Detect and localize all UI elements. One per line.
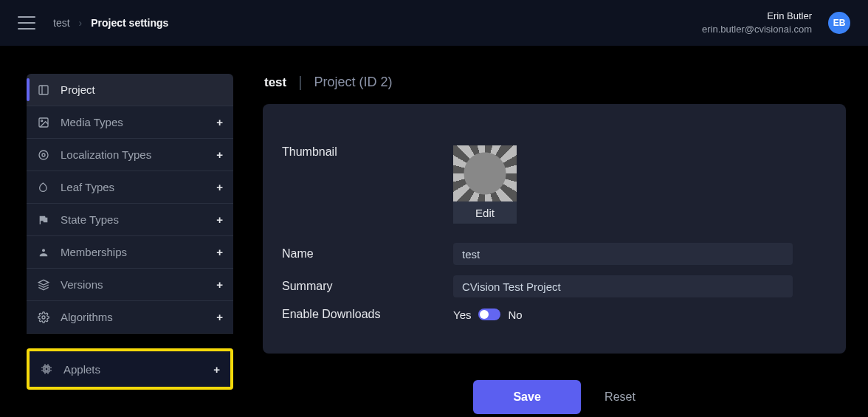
user-info: Erin Butler erin.butler@cvisionai.com — [702, 10, 812, 36]
svg-point-8 — [42, 316, 45, 319]
breadcrumb-current: Project settings — [91, 17, 168, 29]
name-label: Name — [282, 247, 453, 261]
action-row: Save Reset — [263, 380, 846, 414]
svg-point-5 — [42, 154, 45, 156]
sidebar-item-label: Applets — [63, 363, 203, 376]
edit-thumbnail-button[interactable]: Edit — [453, 201, 517, 224]
user-name: Erin Butler — [702, 10, 812, 23]
sidebar-item-versions[interactable]: Versions + — [27, 269, 233, 301]
sidebar-item-label: Memberships — [61, 246, 206, 258]
project-name: test — [264, 75, 286, 90]
breadcrumb-root[interactable]: test — [53, 17, 70, 29]
sidebar-item-label: Algorithms — [61, 311, 206, 323]
svg-marker-7 — [38, 280, 48, 285]
toggle-yes-label: Yes — [453, 309, 471, 321]
save-button[interactable]: Save — [473, 380, 581, 414]
sidebar-item-label: Versions — [61, 278, 206, 291]
settings-card: Thumbnail Edit Name Summary Enable Downl… — [263, 104, 846, 354]
thumbnail-image — [453, 145, 517, 201]
add-icon[interactable]: + — [216, 246, 223, 258]
sidebar-item-leaf-types[interactable]: Leaf Types + — [27, 171, 233, 204]
sidebar-item-algorithms[interactable]: Algorithms + — [27, 301, 233, 334]
sidebar-item-applets[interactable]: Applets + — [30, 351, 230, 387]
highlighted-sidebar-region: Applets + — [27, 348, 233, 390]
user-icon — [37, 247, 50, 258]
layers-icon — [37, 279, 50, 291]
content-header: test | Project (ID 2) — [263, 74, 846, 91]
add-icon[interactable]: + — [216, 213, 223, 226]
sidebar-item-media-types[interactable]: Media Types + — [27, 106, 233, 139]
leaf-icon — [37, 182, 50, 193]
svg-point-4 — [39, 151, 48, 159]
sidebar-item-memberships[interactable]: Memberships + — [27, 236, 233, 269]
svg-rect-9 — [44, 366, 49, 372]
sidebar-item-label: Leaf Types — [61, 181, 206, 193]
breadcrumb: test › Project settings — [53, 17, 168, 29]
summary-input[interactable] — [453, 275, 793, 297]
svg-rect-10 — [45, 368, 48, 371]
summary-label: Summary — [282, 280, 453, 293]
downloads-label: Enable Downloads — [282, 308, 453, 321]
image-icon — [37, 117, 50, 128]
sidebar-item-localization-types[interactable]: Localization Types + — [27, 139, 233, 171]
add-icon[interactable]: + — [216, 181, 223, 193]
add-icon[interactable]: + — [213, 363, 220, 376]
add-icon[interactable]: + — [216, 148, 223, 161]
cpu-icon — [40, 363, 53, 375]
project-id-label: Project (ID 2) — [314, 75, 392, 90]
flag-icon — [37, 214, 50, 226]
sidebar-item-label: Project — [61, 83, 223, 96]
svg-point-3 — [41, 120, 43, 121]
name-input[interactable] — [453, 243, 793, 265]
topbar: test › Project settings Erin Butler erin… — [0, 0, 868, 46]
content-area: test | Project (ID 2) Thumbnail Edit Nam… — [263, 74, 846, 414]
svg-point-6 — [42, 249, 45, 252]
chevron-right-icon: › — [79, 17, 83, 29]
sidebar-item-label: Localization Types — [61, 148, 206, 161]
sidebar-item-project[interactable]: Project — [27, 74, 233, 106]
divider-icon: | — [298, 74, 302, 91]
reset-button[interactable]: Reset — [604, 390, 636, 404]
gear-icon — [37, 311, 50, 323]
sidebar: Project Media Types + Localization Types… — [27, 74, 233, 414]
add-icon[interactable]: + — [216, 311, 223, 323]
user-email: erin.butler@cvisionai.com — [702, 23, 812, 36]
sidebar-item-label: Media Types — [61, 116, 206, 128]
layout-icon — [37, 84, 50, 96]
add-icon[interactable]: + — [216, 278, 223, 291]
sidebar-item-state-types[interactable]: State Types + — [27, 204, 233, 236]
avatar[interactable]: EB — [828, 12, 850, 34]
sidebar-item-label: State Types — [61, 213, 206, 226]
toggle-no-label: No — [508, 309, 522, 321]
target-icon — [37, 149, 50, 161]
svg-rect-0 — [39, 86, 48, 94]
menu-icon[interactable] — [18, 16, 35, 30]
thumbnail-label: Thumbnail — [282, 145, 453, 159]
enable-downloads-toggle[interactable] — [478, 309, 500, 320]
add-icon[interactable]: + — [216, 116, 223, 128]
